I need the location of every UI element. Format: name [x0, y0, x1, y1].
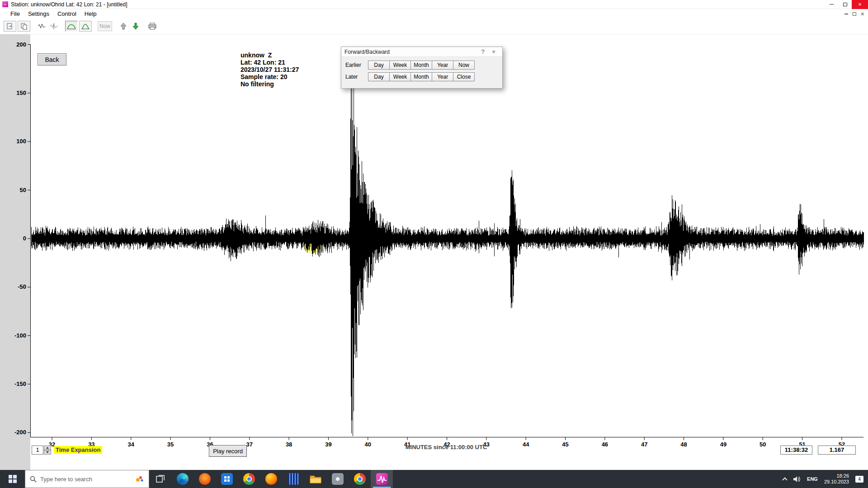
up-triangle-icon: [46, 447, 49, 449]
svg-text:44: 44: [523, 441, 529, 448]
filter-narrow-button[interactable]: [79, 21, 92, 32]
menubar: File Settings Control Help ×: [0, 9, 868, 19]
maximize-icon: [843, 3, 847, 6]
seismogram-canvas[interactable]: 200150100500-50-100-150-2003233343536373…: [0, 34, 868, 470]
earlier-now-button[interactable]: Now: [453, 61, 475, 70]
back-button[interactable]: Back: [38, 53, 66, 66]
earlier-month-button[interactable]: Month: [410, 61, 432, 70]
copy-button[interactable]: [18, 21, 30, 32]
print-button[interactable]: [147, 21, 158, 32]
edge-button[interactable]: [171, 470, 193, 488]
open-file-button[interactable]: [4, 21, 16, 32]
svg-text:38: 38: [286, 441, 292, 448]
pick-phase-button[interactable]: [48, 21, 59, 32]
dialog-close-button[interactable]: ×: [488, 48, 499, 55]
minimize-button[interactable]: [825, 0, 838, 9]
later-year-button[interactable]: Year: [432, 72, 453, 81]
station-info-block: unknow Z Lat: 42 Lon: 21 2023/10/27 11:3…: [241, 52, 299, 88]
gray-app-icon: [332, 473, 344, 485]
chrome-icon: [243, 473, 255, 485]
filter-response-button[interactable]: [65, 21, 78, 32]
svg-text:-150: -150: [14, 380, 26, 387]
child-close-icon[interactable]: ×: [861, 11, 864, 17]
menu-file[interactable]: File: [6, 10, 24, 17]
svg-text:50: 50: [760, 441, 766, 448]
now-button[interactable]: Now: [98, 21, 112, 31]
info-channel: unknow Z: [241, 52, 299, 59]
app-logo-icon: ~: [2, 1, 8, 7]
plot-area: 200150100500-50-100-150-2003233343536373…: [0, 34, 868, 470]
svg-text:-50: -50: [18, 283, 26, 290]
forward-backward-dialog: Forward/Backward ? × Earlier Day Week Mo…: [341, 47, 503, 89]
edge-icon: [177, 473, 189, 485]
blue-stripes-app-button[interactable]: [282, 470, 304, 488]
language-indicator[interactable]: ENG: [807, 476, 818, 482]
blue-stripes-app-icon: [288, 473, 299, 485]
chrome-button[interactable]: [238, 470, 260, 488]
firefox-button[interactable]: [260, 470, 282, 488]
window-title: Station: unknow/Ohrid Lat: 42 Lon: 21 - …: [11, 1, 825, 8]
menu-help[interactable]: Help: [80, 10, 101, 17]
menu-settings[interactable]: Settings: [24, 10, 53, 17]
volume-icon[interactable]: [793, 476, 801, 483]
tiles-glyph: [224, 476, 230, 482]
svg-text:48: 48: [680, 441, 687, 448]
earlier-year-button[interactable]: Year: [432, 61, 453, 70]
close-button[interactable]: ×: [852, 0, 868, 9]
printer-icon: [148, 23, 156, 30]
task-view-icon: [156, 474, 165, 484]
search-placeholder: Type here to search: [40, 476, 132, 483]
menu-control[interactable]: Control: [53, 10, 80, 17]
svg-text:49: 49: [720, 441, 726, 448]
browser-orange-icon: [199, 473, 211, 485]
scroll-down-button[interactable]: [130, 21, 141, 32]
store-button[interactable]: [216, 470, 238, 488]
taskbar-search[interactable]: Type here to search: [25, 470, 149, 488]
gray-app-button[interactable]: [326, 470, 349, 488]
later-row: Later Day Week Month Year Close: [341, 72, 503, 81]
later-day-button[interactable]: Day: [368, 72, 390, 81]
start-button[interactable]: [0, 470, 25, 488]
browser-colorful-button[interactable]: [349, 470, 371, 488]
stepper-up-button[interactable]: [44, 446, 51, 450]
down-triangle-icon: [46, 451, 49, 453]
file-explorer-button[interactable]: [304, 470, 326, 488]
svg-text:39: 39: [325, 441, 331, 448]
task-view-button[interactable]: [149, 470, 171, 488]
earlier-week-button[interactable]: Week: [389, 61, 411, 70]
waveform-icon: [38, 23, 46, 30]
child-minimize-icon[interactable]: [844, 14, 848, 14]
open-file-icon: [6, 23, 14, 30]
info-datetime: 2023/10/27 11:31:27: [241, 66, 299, 73]
maximize-button[interactable]: [838, 0, 852, 9]
browser-orange-button[interactable]: [193, 470, 216, 488]
later-month-button[interactable]: Month: [410, 72, 432, 81]
notification-badge-icon[interactable]: 4: [855, 476, 863, 483]
file-explorer-icon: [310, 474, 321, 484]
dialog-titlebar[interactable]: Forward/Backward ? ×: [341, 47, 502, 57]
up-arrow-icon: [120, 23, 127, 30]
cursor-time-display: 11:38:32: [780, 446, 812, 455]
play-record-button[interactable]: Play record: [209, 445, 247, 457]
taskbar-clock[interactable]: 18:26 29.10.2023: [824, 473, 849, 485]
svg-text:35: 35: [167, 441, 174, 448]
earlier-day-button[interactable]: Day: [368, 61, 390, 70]
time-expansion-value[interactable]: 1: [32, 446, 43, 455]
dialog-help-button[interactable]: ?: [477, 48, 488, 55]
later-close-button[interactable]: Close: [453, 72, 475, 81]
later-week-button[interactable]: Week: [389, 72, 411, 81]
waveform-view-button[interactable]: [36, 21, 47, 32]
minimize-icon: [830, 4, 834, 5]
svg-text:47: 47: [641, 441, 647, 448]
later-label: Later: [345, 74, 358, 80]
svg-text:37: 37: [246, 441, 253, 448]
seismogram-app-button[interactable]: [371, 470, 393, 488]
down-arrow-icon: [132, 23, 139, 30]
child-restore-icon[interactable]: [853, 12, 856, 16]
system-tray: ENG 18:26 29.10.2023 4: [783, 470, 868, 488]
tray-expand-icon[interactable]: [782, 477, 787, 482]
stepper-down-button[interactable]: [44, 450, 51, 455]
scroll-up-button[interactable]: [118, 21, 129, 32]
info-latlon: Lat: 42 Lon: 21: [241, 59, 299, 66]
search-highlights-icon[interactable]: [135, 475, 144, 483]
